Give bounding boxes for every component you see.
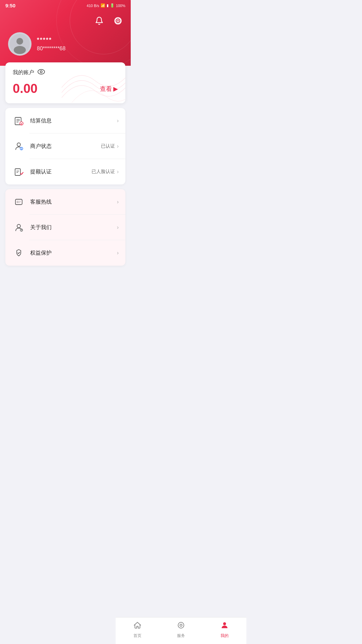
hotline-title: 客服热线 xyxy=(30,199,117,206)
avatar[interactable] xyxy=(8,32,32,56)
merchant-chevron: › xyxy=(117,143,119,149)
about-chevron: › xyxy=(117,224,119,230)
rights-title: 权益保护 xyxy=(30,250,117,257)
menu-item-hotline[interactable]: 客服热线 › xyxy=(5,189,125,215)
battery-percent: 100% xyxy=(116,4,125,8)
header-actions xyxy=(0,12,131,32)
svg-point-3 xyxy=(16,38,23,45)
user-name: ***** xyxy=(37,37,65,44)
status-bar: 9:50 410 B/s 📶 ▮ 🔋 100% xyxy=(0,0,131,10)
svg-point-6 xyxy=(40,71,42,73)
merchant-title: 商户状态 xyxy=(30,143,101,150)
face-chevron: › xyxy=(117,169,119,175)
account-label: 我的账户 xyxy=(13,69,34,76)
status-time: 9:50 xyxy=(5,3,15,8)
menu-item-settlement[interactable]: ¥ 结算信息 › xyxy=(5,108,125,133)
svg-point-4 xyxy=(14,46,26,54)
face-icon xyxy=(12,165,25,178)
user-text: ***** 80********68 xyxy=(37,37,65,52)
settlement-title: 结算信息 xyxy=(30,117,117,124)
about-icon xyxy=(12,221,25,234)
menu-item-merchant[interactable]: 商户状态 已认证 › xyxy=(5,133,125,159)
rights-icon xyxy=(12,246,25,260)
merchant-icon xyxy=(12,140,25,153)
account-card: 我的账户 0.00 查看 ▶ xyxy=(5,62,125,103)
menu-item-rights[interactable]: 权益保护 › xyxy=(5,240,125,266)
status-icons: 410 B/s 📶 ▮ 🔋 100% xyxy=(87,3,125,8)
settlement-icon: ¥ xyxy=(12,114,25,127)
svg-rect-18 xyxy=(15,169,20,175)
merchant-badge: 已认证 xyxy=(101,143,115,149)
battery-icon: 🔋 xyxy=(110,3,115,8)
hotline-icon xyxy=(12,195,25,209)
face-title: 提额认证 xyxy=(30,168,92,175)
svg-point-16 xyxy=(21,148,22,148)
eye-icon[interactable] xyxy=(38,69,45,76)
signal-text: 410 B/s xyxy=(87,4,99,8)
svg-text:¥: ¥ xyxy=(21,122,22,125)
user-phone: 80********68 xyxy=(37,46,65,52)
menu-item-face[interactable]: 提额认证 已人脸认证 › xyxy=(5,159,125,184)
card-decoration xyxy=(58,66,125,103)
svg-point-5 xyxy=(38,69,45,74)
account-balance: 0.00 xyxy=(13,82,38,96)
rights-chevron: › xyxy=(117,250,119,256)
signal-icon: ▮ xyxy=(107,3,109,8)
menu-item-about[interactable]: 关于我们 › xyxy=(5,215,125,240)
section-card-2: 客服热线 › 关于我们 › xyxy=(5,189,125,266)
wifi-icon: 📶 xyxy=(101,3,105,8)
section-card-1: ¥ 结算信息 › 商户状态 已认证 › xyxy=(5,108,125,184)
svg-point-29 xyxy=(21,231,22,231)
scan-button[interactable] xyxy=(112,15,124,27)
svg-rect-21 xyxy=(15,199,22,205)
face-badge: 已人脸认证 xyxy=(92,169,115,175)
settlement-chevron: › xyxy=(117,118,119,124)
svg-point-1 xyxy=(115,18,120,23)
about-title: 关于我们 xyxy=(30,224,117,231)
svg-point-26 xyxy=(17,224,20,228)
user-info: ***** 80********68 xyxy=(0,32,131,56)
hotline-chevron: › xyxy=(117,199,119,205)
svg-point-0 xyxy=(117,20,119,22)
svg-point-13 xyxy=(17,143,20,146)
notification-button[interactable] xyxy=(93,15,105,27)
